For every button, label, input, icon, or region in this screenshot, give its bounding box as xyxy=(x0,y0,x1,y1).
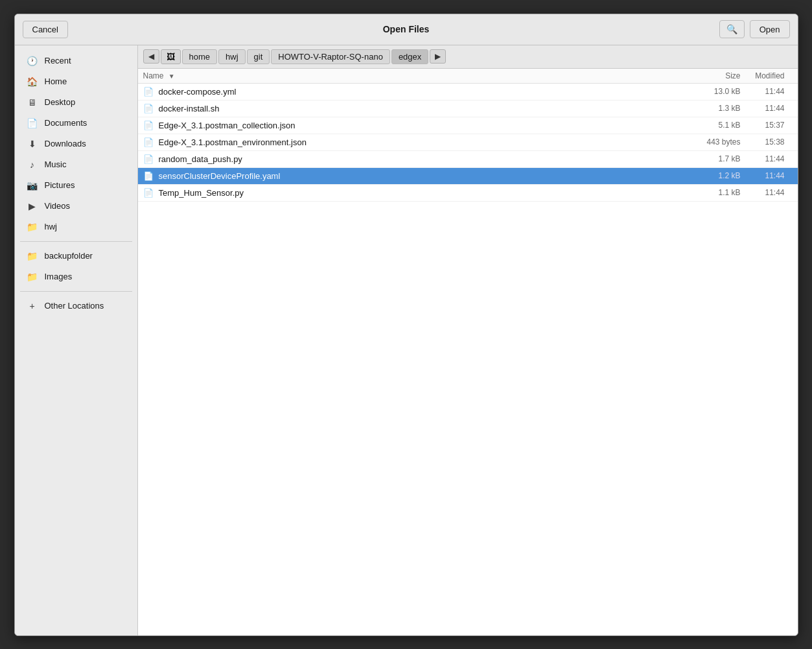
file-modified: 11:44 xyxy=(741,188,793,197)
sidebar-separator xyxy=(20,241,132,242)
file-size: 5.1 kB xyxy=(682,121,741,130)
sidebar-separator-2 xyxy=(20,291,132,292)
sidebar-item-other-locations[interactable]: + Other Locations xyxy=(17,296,135,316)
cancel-button[interactable]: Cancel xyxy=(23,21,68,38)
file-size: 13.0 kB xyxy=(682,87,741,96)
table-row[interactable]: 📄random_data_push.py 1.7 kB 11:44 xyxy=(138,151,798,168)
file-modified: 11:44 xyxy=(741,171,793,180)
file-list: Name ▼ Size Modified 📄docker-compose.yml… xyxy=(138,69,798,635)
downloads-icon: ⬇ xyxy=(27,139,38,149)
breadcrumb-edgex[interactable]: edgex xyxy=(391,49,428,64)
breadcrumb-bar: ◀ 🖼 home hwj git HOWTO-V-Raptor-SQ-nano … xyxy=(138,45,798,69)
hwj-icon: 📁 xyxy=(27,222,38,232)
titlebar-right: 🔍 Open xyxy=(719,20,790,38)
file-modified: 11:44 xyxy=(741,154,793,163)
back-icon: ◀ xyxy=(148,52,154,61)
file-size: 1.7 kB xyxy=(682,154,741,163)
file-modified: 15:37 xyxy=(741,121,793,130)
sidebar-label-images: Images xyxy=(45,272,73,281)
titlebar: Cancel Open Files 🔍 Open xyxy=(15,14,798,45)
file-name: 📄Edge-X_3.1.postman_environment.json xyxy=(143,137,682,147)
pictures-icon: 📷 xyxy=(27,180,38,191)
images-icon: 📁 xyxy=(27,272,38,282)
sidebar-label-recent: Recent xyxy=(45,56,71,65)
forward-button[interactable]: ▶ xyxy=(430,49,446,64)
sidebar-label-pictures: Pictures xyxy=(45,180,75,190)
search-button[interactable]: 🔍 xyxy=(719,20,745,38)
sidebar-item-pictures[interactable]: 📷 Pictures xyxy=(17,176,135,195)
sidebar: 🕐 Recent 🏠 Home 🖥 Desktop 📄 Documents ⬇ … xyxy=(15,45,138,635)
file-name: 📄random_data_push.py xyxy=(143,154,682,164)
col-size-header: Size xyxy=(682,71,741,80)
sidebar-label-videos: Videos xyxy=(45,201,71,211)
sidebar-label-desktop: Desktop xyxy=(45,97,76,107)
table-row[interactable]: 📄Edge-X_3.1.postman_environment.json 443… xyxy=(138,134,798,151)
sidebar-label-documents: Documents xyxy=(45,118,87,128)
sidebar-label-downloads: Downloads xyxy=(45,139,86,148)
file-name: 📄sensorClusterDeviceProfile.yaml xyxy=(143,171,682,181)
other-locations-icon: + xyxy=(27,301,38,311)
open-files-dialog: Cancel Open Files 🔍 Open 🕐 Recent 🏠 Home… xyxy=(14,14,798,636)
file-area: ◀ 🖼 home hwj git HOWTO-V-Raptor-SQ-nano … xyxy=(138,45,798,635)
table-row[interactable]: 📄docker-compose.yml 13.0 kB 11:44 xyxy=(138,84,798,100)
breadcrumb-git[interactable]: git xyxy=(247,49,270,64)
file-modified: 11:44 xyxy=(741,104,793,113)
sidebar-item-backupfolder[interactable]: 📁 backupfolder xyxy=(17,246,135,266)
sidebar-item-downloads[interactable]: ⬇ Downloads xyxy=(17,134,135,154)
sidebar-label-backupfolder: backupfolder xyxy=(45,251,93,261)
file-rows-container: 📄docker-compose.yml 13.0 kB 11:44 📄docke… xyxy=(138,84,798,202)
backupfolder-icon: 📁 xyxy=(27,251,38,261)
breadcrumb-howto[interactable]: HOWTO-V-Raptor-SQ-nano xyxy=(271,49,390,64)
breadcrumb-home[interactable]: home xyxy=(182,49,218,64)
file-icon: 📄 xyxy=(143,137,154,147)
file-size: 1.2 kB xyxy=(682,171,741,180)
sort-icon: ▼ xyxy=(168,73,175,80)
music-icon: ♪ xyxy=(27,159,38,170)
file-size: 1.3 kB xyxy=(682,104,741,113)
titlebar-left: Cancel xyxy=(23,21,68,38)
documents-icon: 📄 xyxy=(27,118,38,128)
sidebar-item-home[interactable]: 🏠 Home xyxy=(17,72,135,91)
file-list-header: Name ▼ Size Modified xyxy=(138,69,798,84)
table-row[interactable]: 📄sensorClusterDeviceProfile.yaml 1.2 kB … xyxy=(138,168,798,185)
file-icon: 📄 xyxy=(143,188,154,198)
sidebar-label-hwj: hwj xyxy=(45,222,58,231)
breadcrumb-hwj[interactable]: hwj xyxy=(218,49,246,64)
col-modified-header: Modified xyxy=(741,71,793,80)
file-name: 📄docker-compose.yml xyxy=(143,87,682,97)
file-icon: 📄 xyxy=(143,87,154,97)
col-name-header[interactable]: Name ▼ xyxy=(143,71,682,80)
videos-icon: ▶ xyxy=(27,201,38,211)
table-row[interactable]: 📄Temp_Hum_Sensor.py 1.1 kB 11:44 xyxy=(138,185,798,202)
table-row[interactable]: 📄Edge-X_3.1.postman_collection.json 5.1 … xyxy=(138,117,798,134)
home-icon: 🏠 xyxy=(27,77,38,87)
folder-image-icon: 🖼 xyxy=(167,52,175,62)
open-button[interactable]: Open xyxy=(750,20,790,38)
file-size: 443 bytes xyxy=(682,137,741,147)
recent-icon: 🕐 xyxy=(27,56,38,66)
main-content: 🕐 Recent 🏠 Home 🖥 Desktop 📄 Documents ⬇ … xyxy=(15,45,798,635)
file-modified: 15:38 xyxy=(741,137,793,147)
file-modified: 11:44 xyxy=(741,87,793,96)
sidebar-item-desktop[interactable]: 🖥 Desktop xyxy=(17,93,135,112)
desktop-icon: 🖥 xyxy=(27,97,38,108)
back-button[interactable]: ◀ xyxy=(143,49,159,64)
table-row[interactable]: 📄docker-install.sh 1.3 kB 11:44 xyxy=(138,100,798,117)
sidebar-label-home: Home xyxy=(45,77,67,86)
sidebar-item-videos[interactable]: ▶ Videos xyxy=(17,196,135,216)
forward-icon: ▶ xyxy=(435,52,441,61)
file-icon: 📄 xyxy=(143,121,154,130)
file-size: 1.1 kB xyxy=(682,188,741,197)
sidebar-item-recent[interactable]: 🕐 Recent xyxy=(17,51,135,71)
sidebar-item-hwj[interactable]: 📁 hwj xyxy=(17,217,135,237)
dialog-title: Open Files xyxy=(383,24,430,34)
sidebar-item-images[interactable]: 📁 Images xyxy=(17,267,135,287)
folder-icon-button[interactable]: 🖼 xyxy=(161,49,181,64)
file-name: 📄Edge-X_3.1.postman_collection.json xyxy=(143,121,682,130)
sidebar-label-music: Music xyxy=(45,159,67,169)
search-icon: 🔍 xyxy=(726,24,737,34)
sidebar-label-other-locations: Other Locations xyxy=(45,301,104,311)
file-name: 📄Temp_Hum_Sensor.py xyxy=(143,188,682,198)
sidebar-item-music[interactable]: ♪ Music xyxy=(17,155,135,174)
sidebar-item-documents[interactable]: 📄 Documents xyxy=(17,113,135,133)
